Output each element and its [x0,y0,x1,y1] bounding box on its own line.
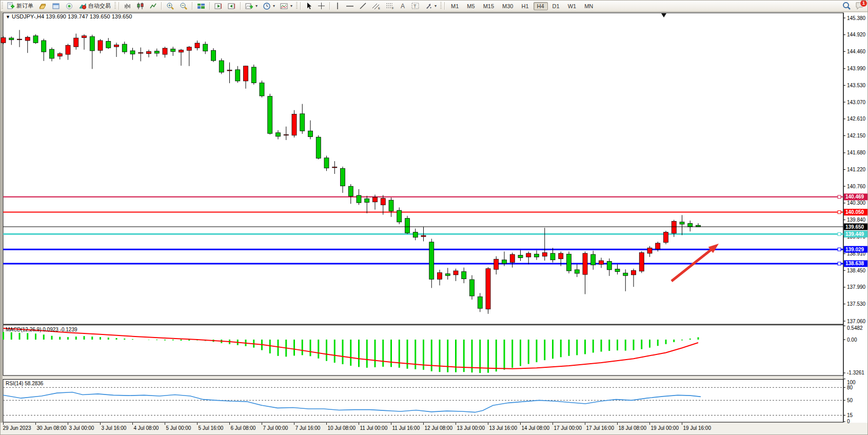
date-label: 17 Jul 16:00 [586,425,615,431]
bullish-candle [632,270,636,275]
bearish-candle [348,186,353,196]
price-tick-label: 138.450 [847,268,866,273]
periods-button[interactable]: ▾ [261,1,277,11]
rsi-panel[interactable] [3,380,843,423]
bearish-candle [90,36,94,51]
date-label: 5 Jul 00:00 [166,425,191,431]
line-chart-button[interactable] [147,1,159,11]
zoom-in-button[interactable] [164,1,176,11]
indicators-button[interactable]: ▾ [243,2,260,11]
macd-label: MACD(12,26,9) 0.0923 -0.1239 [6,327,77,332]
macd-tick-label: -1.3261 [847,370,864,375]
vertical-line-tool-button[interactable] [332,1,343,11]
channel-tool-button[interactable]: E [370,1,383,11]
date-label: 7 Jul 00:00 [263,425,288,431]
line-handle[interactable] [838,232,841,235]
timeframe-button-m5[interactable]: M5 [463,2,478,10]
navigator-button[interactable] [50,2,62,11]
crosshair-tool-button[interactable] [315,1,327,11]
bearish-candle [365,199,369,202]
arrows-tool-button[interactable]: ▾ [423,2,439,11]
date-label: 3 Jul 00:00 [69,425,94,431]
timeframe-button-w1[interactable]: W1 [564,2,580,10]
price-tick-label: 137.990 [847,284,866,290]
bearish-candle [397,210,402,222]
zoom-out-button[interactable] [177,1,190,11]
label-tool-button[interactable]: T [409,1,422,11]
text-icon: A [400,2,406,10]
main-chart-panel[interactable] [3,13,843,324]
chevron-down-icon: ▾ [435,4,437,8]
bearish-candle [680,222,684,224]
timeframe-button-m30[interactable]: M30 [499,2,517,10]
bullish-candle [453,271,458,275]
timeframe-button-m1[interactable]: M1 [447,2,462,10]
price-badge-label: 140.469 [845,194,864,200]
left-splitter[interactable] [1,11,3,435]
line-handle[interactable] [838,211,841,214]
bullish-candle [421,235,426,236]
chart-shift-button[interactable] [226,2,238,11]
market-watch-button[interactable] [36,2,49,11]
terminal-window: ▼USDJPY-,H4 139.690 139.747 139.650 139.… [0,0,868,435]
signal-button[interactable] [63,2,75,11]
bearish-candle [268,96,272,133]
toolbar-grip[interactable] [296,2,298,10]
price-tick-label: 143.530 [847,83,866,88]
price-tick-label: 145.380 [847,15,866,21]
fibonacci-tool-button[interactable]: F [384,1,397,11]
new-order-label: 新订单 [16,2,33,10]
bearish-candle [575,270,579,273]
svg-text:T: T [413,4,417,9]
bullish-candle [656,243,660,249]
navigator-icon [52,3,60,10]
vertical-line-icon [334,2,341,10]
notifications-button[interactable]: 1 [855,2,864,11]
chart-title: USDJPY-,H4 139.690 139.747 139.650 139.6… [12,13,132,19]
line-handle[interactable] [838,262,841,265]
bar-chart-button[interactable] [122,1,133,11]
toolbar-grip[interactable] [440,2,442,10]
timeframe-button-h1[interactable]: H1 [518,2,532,10]
price-badge-label: 139.029 [845,247,864,252]
date-label: 3 Jul 16:00 [102,425,127,431]
new-order-button[interactable]: 新订单 [5,1,35,11]
cursor-tool-button[interactable] [303,1,314,11]
bullish-candle [147,51,151,53]
auto-trading-button[interactable]: 自动交易 [76,1,113,11]
bearish-candle [607,262,611,270]
trendline-icon [359,2,367,10]
bullish-candle [486,269,490,309]
toolbar-grip[interactable] [2,2,3,10]
bearish-candle [130,51,135,54]
timeframe-button-h4[interactable]: H4 [534,2,548,10]
toolbar-grip[interactable] [114,2,116,10]
date-label: 5 Jul 16:00 [199,425,224,431]
price-tick-label: 144.920 [847,32,866,37]
tile-windows-button[interactable] [195,2,207,11]
line-handle[interactable] [838,248,841,251]
trendline-tool-button[interactable] [357,1,369,11]
horizontal-line-tool-button[interactable] [344,2,356,11]
search-icon[interactable] [842,2,851,10]
templates-button[interactable]: ▾ [278,2,294,11]
bullish-candle [66,45,70,54]
rsi-tick-label: 0 [847,419,850,424]
bearish-candle [300,114,305,131]
price-tick-label: 142.610 [847,116,866,122]
timeframe-button-d1[interactable]: D1 [549,2,563,10]
candlestick-chart-button[interactable] [134,1,146,11]
bullish-candle [373,197,378,202]
bearish-candle [9,38,14,40]
price-badge-label: 139.650 [845,224,864,230]
bearish-candle [413,232,418,238]
timeframe-button-mn[interactable]: MN [581,2,597,10]
bearish-candle [429,242,434,279]
equidistant-channel-icon: E [372,2,381,10]
chart-shift-icon [228,3,236,10]
line-handle[interactable] [838,195,841,199]
timeframe-button-m15[interactable]: M15 [480,2,498,10]
text-tool-button[interactable]: A [398,1,408,11]
auto-scroll-button[interactable] [212,2,225,11]
date-label: 18 Jul 08:00 [619,425,647,431]
